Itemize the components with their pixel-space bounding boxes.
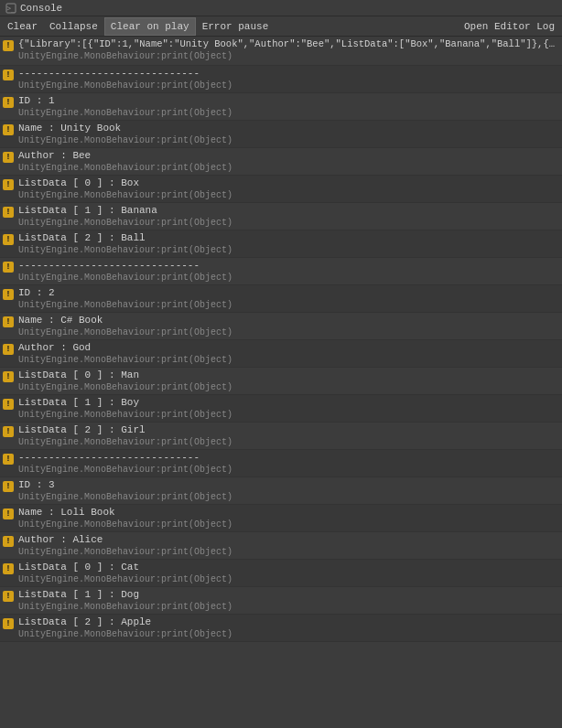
log-source: UnityEngine.MonoBehaviour:print(Object): [18, 519, 560, 530]
log-row[interactable]: ------------------------------UnityEngin…: [0, 450, 562, 477]
log-row[interactable]: ListData [ 0 ] : CatUnityEngine.MonoBeha…: [0, 560, 562, 587]
warning-icon: [2, 206, 15, 219]
log-message: {"Library":[{"ID":1,"Name":"Unity Book",…: [18, 37, 560, 50]
log-message: Author : God: [18, 341, 560, 354]
log-text: Name : Loli BookUnityEngine.MonoBehaviou…: [18, 506, 560, 530]
log-message: ListData [ 0 ] : Man: [18, 369, 560, 381]
svg-text:>_: >_: [6, 5, 16, 13]
log-row[interactable]: ListData [ 1 ] : DogUnityEngine.MonoBeha…: [0, 587, 562, 615]
log-message: ------------------------------: [18, 67, 560, 80]
warning-icon: [2, 425, 15, 438]
warning-icon: [2, 69, 15, 81]
log-source: UnityEngine.MonoBehaviour:print(Object): [18, 50, 560, 62]
log-text: Name : C# BookUnityEngine.MonoBehaviour:…: [18, 314, 560, 338]
clear-on-play-button[interactable]: Clear on play: [104, 17, 196, 36]
log-row[interactable]: ------------------------------UnityEngin…: [0, 258, 562, 285]
log-text: Author : AliceUnityEngine.MonoBehaviour:…: [18, 533, 560, 558]
log-message: ListData [ 0 ] : Cat: [18, 561, 560, 573]
log-text: Author : BeeUnityEngine.MonoBehaviour:pr…: [18, 149, 560, 174]
log-text: {"Library":[{"ID":1,"Name":"Unity Book",…: [18, 37, 560, 62]
log-row[interactable]: Name : Loli BookUnityEngine.MonoBehaviou…: [0, 505, 562, 532]
log-message: ListData [ 2 ] : Apple: [18, 616, 560, 628]
window-title: Console: [20, 3, 62, 14]
log-source: UnityEngine.MonoBehaviour:print(Object): [18, 299, 560, 311]
log-row[interactable]: ListData [ 2 ] : AppleUnityEngine.MonoBe…: [0, 615, 562, 642]
log-row[interactable]: ListData [ 1 ] : BananaUnityEngine.MonoB…: [0, 203, 562, 230]
log-text: ------------------------------UnityEngin…: [18, 259, 560, 284]
log-row[interactable]: ListData [ 2 ] : BallUnityEngine.MonoBeh…: [0, 230, 562, 258]
log-row[interactable]: ListData [ 0 ] : BoxUnityEngine.MonoBeha…: [0, 176, 562, 203]
warning-icon: [2, 123, 15, 136]
log-source: UnityEngine.MonoBehaviour:print(Object): [18, 601, 560, 613]
warning-icon: [2, 453, 15, 466]
log-message: ListData [ 0 ] : Box: [18, 177, 560, 189]
log-row[interactable]: Author : GodUnityEngine.MonoBehaviour:pr…: [0, 340, 562, 368]
log-text: ID : 2UnityEngine.MonoBehaviour:print(Ob…: [18, 286, 560, 311]
log-text: Name : Unity BookUnityEngine.MonoBehavio…: [18, 122, 560, 146]
log-text: ------------------------------UnityEngin…: [18, 67, 560, 91]
open-editor-log-button[interactable]: Open Editor Log: [459, 17, 560, 36]
log-text: ListData [ 1 ] : DogUnityEngine.MonoBeha…: [18, 588, 560, 613]
log-row[interactable]: Author : AliceUnityEngine.MonoBehaviour:…: [0, 532, 562, 560]
warning-icon: [2, 343, 15, 356]
log-message: ListData [ 1 ] : Banana: [18, 204, 560, 217]
log-message: ListData [ 1 ] : Boy: [18, 396, 560, 409]
log-message: ------------------------------: [18, 259, 560, 272]
console-window: >_ Console Clear Collapse Clear on play …: [0, 0, 562, 728]
log-source: UnityEngine.MonoBehaviour:print(Object): [18, 189, 560, 201]
log-message: Name : Loli Book: [18, 506, 560, 519]
log-row[interactable]: ID : 1UnityEngine.MonoBehaviour:print(Ob…: [0, 93, 562, 121]
log-source: UnityEngine.MonoBehaviour:print(Object): [18, 107, 560, 119]
warning-icon: [2, 508, 15, 520]
log-source: UnityEngine.MonoBehaviour:print(Object): [18, 244, 560, 256]
log-message: ------------------------------: [18, 451, 560, 464]
log-source: UnityEngine.MonoBehaviour:print(Object): [18, 354, 560, 366]
log-text: ListData [ 2 ] : GirlUnityEngine.MonoBeh…: [18, 423, 560, 448]
log-row[interactable]: Name : C# BookUnityEngine.MonoBehaviour:…: [0, 313, 562, 340]
warning-icon: [2, 590, 15, 603]
log-message: ID : 1: [18, 94, 560, 107]
log-row[interactable]: ID : 3UnityEngine.MonoBehaviour:print(Ob…: [0, 477, 562, 505]
log-message: ListData [ 1 ] : Dog: [18, 588, 560, 601]
warning-icon: [2, 96, 15, 109]
log-text: ListData [ 2 ] : AppleUnityEngine.MonoBe…: [18, 616, 560, 640]
log-source: UnityEngine.MonoBehaviour:print(Object): [18, 491, 560, 503]
log-row[interactable]: ------------------------------UnityEngin…: [0, 66, 562, 93]
log-text: ListData [ 1 ] : BananaUnityEngine.MonoB…: [18, 204, 560, 229]
log-source: UnityEngine.MonoBehaviour:print(Object): [18, 162, 560, 174]
console-output[interactable]: {"Library":[{"ID":1,"Name":"Unity Book",…: [0, 37, 562, 728]
log-row[interactable]: ListData [ 2 ] : GirlUnityEngine.MonoBeh…: [0, 423, 562, 450]
warning-icon: [2, 480, 15, 493]
log-row[interactable]: ListData [ 0 ] : ManUnityEngine.MonoBeha…: [0, 368, 562, 395]
log-message: Author : Alice: [18, 533, 560, 546]
warning-icon: [2, 370, 15, 383]
log-row[interactable]: ID : 2UnityEngine.MonoBehaviour:print(Ob…: [0, 285, 562, 313]
log-source: UnityEngine.MonoBehaviour:print(Object): [18, 409, 560, 421]
log-row[interactable]: ListData [ 1 ] : BoyUnityEngine.MonoBeha…: [0, 395, 562, 423]
log-text: ------------------------------UnityEngin…: [18, 451, 560, 476]
error-pause-button[interactable]: Error pause: [197, 17, 275, 36]
log-row[interactable]: {"Library":[{"ID":1,"Name":"Unity Book",…: [0, 37, 562, 66]
warning-icon: [2, 233, 15, 246]
log-text: ID : 3UnityEngine.MonoBehaviour:print(Ob…: [18, 478, 560, 503]
log-text: ListData [ 0 ] : BoxUnityEngine.MonoBeha…: [18, 177, 560, 201]
collapse-button[interactable]: Collapse: [44, 17, 103, 36]
log-source: UnityEngine.MonoBehaviour:print(Object): [18, 381, 560, 393]
log-text: ListData [ 0 ] : CatUnityEngine.MonoBeha…: [18, 561, 560, 585]
console-icon: >_: [5, 3, 16, 14]
title-bar: >_ Console: [0, 0, 562, 16]
log-message: ID : 3: [18, 478, 560, 491]
log-row[interactable]: Name : Unity BookUnityEngine.MonoBehavio…: [0, 121, 562, 148]
clear-button[interactable]: Clear: [2, 17, 43, 36]
log-row[interactable]: Author : BeeUnityEngine.MonoBehaviour:pr…: [0, 148, 562, 176]
log-text: ID : 1UnityEngine.MonoBehaviour:print(Ob…: [18, 94, 560, 119]
warning-icon: [2, 178, 15, 191]
log-text: Author : GodUnityEngine.MonoBehaviour:pr…: [18, 341, 560, 366]
warning-icon: [2, 316, 15, 328]
log-source: UnityEngine.MonoBehaviour:print(Object): [18, 546, 560, 558]
log-source: UnityEngine.MonoBehaviour:print(Object): [18, 80, 560, 91]
log-source: UnityEngine.MonoBehaviour:print(Object): [18, 436, 560, 448]
log-source: UnityEngine.MonoBehaviour:print(Object): [18, 272, 560, 284]
warning-icon: [2, 535, 15, 548]
log-source: UnityEngine.MonoBehaviour:print(Object): [18, 134, 560, 146]
